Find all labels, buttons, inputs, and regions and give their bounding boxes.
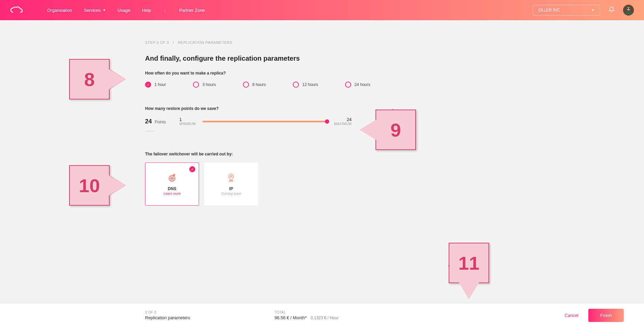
card-subtitle[interactable]: Learn more	[163, 192, 180, 196]
check-icon: ✓	[147, 83, 149, 87]
top-navbar: Organisation Services▼ Usage Help | Part…	[0, 0, 644, 20]
card-title: IP	[229, 186, 233, 191]
step-name: Replication parameters	[145, 315, 190, 320]
arrow-down-icon	[459, 283, 479, 299]
check-icon: ✓	[191, 168, 194, 171]
breadcrumb-separator: /	[173, 40, 174, 44]
nav-organisation[interactable]: Organisation	[47, 8, 72, 13]
radio-label: 6 hours	[252, 82, 266, 87]
radio-3hours[interactable]: 3 hours	[193, 82, 216, 88]
selected-badge: ✓	[189, 166, 195, 172]
radio-12hours[interactable]: 12 hours	[293, 82, 318, 88]
callout-box: 10	[69, 165, 110, 206]
price-hour: 0.1323 € / Hour	[311, 316, 339, 320]
nav-services[interactable]: Services▼	[84, 8, 106, 13]
nav-help[interactable]: Help	[142, 8, 151, 13]
total-label: TOTAL	[275, 310, 339, 314]
callout-10: 10	[69, 165, 126, 206]
org-name: OLLER INC	[538, 8, 560, 12]
nav-usage[interactable]: Usage	[118, 8, 131, 13]
price-month: 96.56 € / Month*	[275, 315, 307, 320]
radio-label: 3 hours	[202, 82, 216, 87]
radio-6hours[interactable]: 6 hours	[243, 82, 266, 88]
failover-card-ip[interactable]: IP Coming soon	[204, 162, 258, 206]
svg-point-3	[629, 8, 630, 9]
avatar[interactable]	[623, 5, 634, 16]
radio-label: 1 hour	[155, 82, 166, 87]
callout-box: 8	[69, 59, 110, 99]
svg-point-2	[627, 8, 628, 9]
card-title: DNS	[168, 186, 176, 191]
callout-box: 11	[449, 243, 489, 283]
step-info: 3 OF 3 Replication parameters	[145, 310, 190, 320]
card-subtitle: Coming soon	[221, 192, 241, 196]
arrow-right-icon	[109, 175, 126, 196]
failover-cards: ✓ DNS Learn more IP Coming soon	[145, 162, 644, 206]
cancel-button[interactable]: Cancel	[565, 313, 578, 318]
nav-services-label: Services	[84, 8, 101, 13]
slider-min-label: MINIMUM	[179, 122, 196, 126]
svg-point-8	[229, 180, 233, 181]
slider-track[interactable]	[202, 121, 327, 122]
nav-divider: |	[165, 8, 166, 13]
slider-unit: Points	[155, 120, 166, 124]
radio-icon	[243, 82, 249, 88]
total-info: TOTAL 96.56 € / Month* 0.1323 € / Hour	[275, 310, 339, 320]
svg-point-7	[230, 175, 232, 177]
nav-partner-zone[interactable]: Partner Zone	[179, 8, 205, 13]
slider-min-block: 1 MINIMUM	[179, 117, 196, 126]
bell-icon[interactable]	[609, 6, 615, 14]
svg-point-6	[174, 174, 174, 175]
globe-pin-icon	[167, 173, 177, 184]
callout-9: 9	[359, 110, 416, 150]
radio-24hours[interactable]: 24 hours	[345, 82, 370, 88]
breadcrumb-title: REPLICATION PARAMETERS	[178, 40, 232, 44]
finish-button[interactable]: Finish	[588, 309, 624, 322]
slider-max-label: MAXIMUM	[334, 122, 352, 126]
nav-links: Organisation Services▼ Usage Help | Part…	[47, 8, 205, 13]
main-content: STEP 3 OF 3 / REPLICATION PARAMETERS And…	[0, 20, 644, 239]
breadcrumb: STEP 3 OF 3 / REPLICATION PARAMETERS	[145, 40, 644, 44]
slider-thumb[interactable]	[325, 119, 329, 124]
callout-box: 9	[375, 110, 416, 150]
slider-min-value: 1	[179, 117, 196, 122]
radio-label: 24 hours	[355, 82, 370, 87]
failover-label: The failover switchover will be carried …	[145, 152, 644, 156]
slider-max-value: 24	[334, 117, 352, 122]
chevron-down-icon: ▼	[591, 8, 594, 12]
failover-card-dns[interactable]: ✓ DNS Learn more	[145, 162, 199, 206]
topbar-right: OLLER INC ▼	[533, 5, 634, 16]
slider-underline	[145, 131, 155, 131]
replica-freq-options: ✓ 1 hour 3 hours 6 hours 12 hours 24 hou…	[145, 82, 644, 88]
radio-icon	[293, 82, 299, 88]
radio-icon	[345, 82, 351, 88]
replica-freq-label: How often do you want to make a replica?	[145, 71, 644, 76]
callout-11: 11	[449, 243, 489, 299]
chevron-down-icon: ▼	[103, 8, 106, 12]
slider-value-block: 24 Points	[145, 118, 173, 125]
org-selector[interactable]: OLLER INC ▼	[533, 5, 600, 16]
radio-icon-checked: ✓	[145, 82, 151, 88]
slider-value: 24	[145, 118, 152, 125]
radio-icon	[193, 82, 199, 88]
breadcrumb-step: STEP 3 OF 3	[145, 40, 169, 44]
radio-1hour[interactable]: ✓ 1 hour	[145, 82, 166, 88]
page-title: And finally, configure the replication p…	[145, 55, 644, 62]
callout-8: 8	[69, 59, 126, 99]
total-price: 96.56 € / Month* 0.1323 € / Hour	[275, 315, 339, 320]
pin-icon	[226, 173, 236, 184]
arrow-right-icon	[109, 69, 126, 89]
bottom-actions: Cancel Finish	[565, 309, 624, 322]
slider-max-block: 24 MAXIMUM	[334, 117, 352, 126]
logo[interactable]	[10, 5, 27, 15]
step-count: 3 OF 3	[145, 310, 190, 314]
arrow-left-icon	[359, 120, 376, 140]
bottom-bar: 3 OF 3 Replication parameters TOTAL 96.5…	[0, 303, 644, 327]
radio-label: 12 hours	[302, 82, 318, 87]
